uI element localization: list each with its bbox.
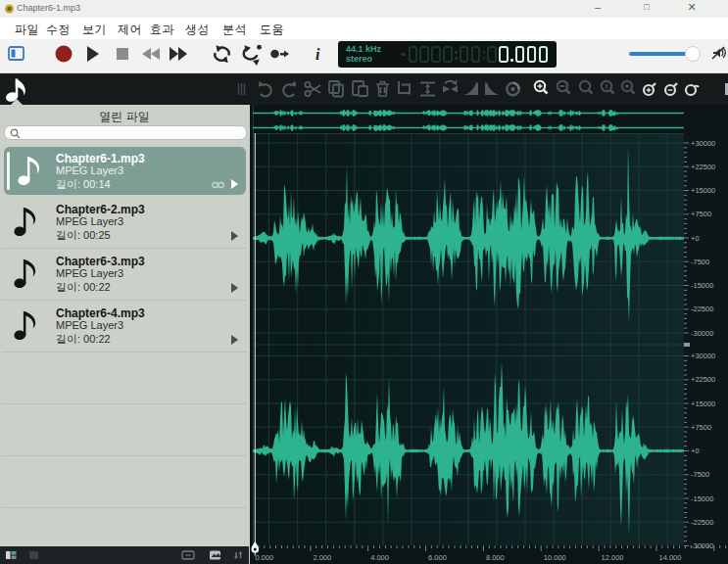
svg-text:+30000: +30000 — [691, 352, 715, 360]
svg-text:-30000: -30000 — [691, 541, 713, 550]
svg-text:6.000: 6.000 — [428, 553, 447, 562]
svg-text:4.000: 4.000 — [370, 553, 389, 562]
svg-text:10.000: 10.000 — [544, 553, 566, 562]
svg-text:+15000: +15000 — [691, 400, 715, 408]
svg-text:+7500: +7500 — [691, 423, 711, 432]
svg-text:-22500: -22500 — [691, 305, 713, 313]
svg-text:+22500: +22500 — [691, 163, 715, 171]
svg-text:8.000: 8.000 — [486, 553, 505, 562]
svg-text:-15000: -15000 — [691, 494, 713, 503]
svg-text:0.000: 0.000 — [256, 553, 274, 562]
svg-text:-15000: -15000 — [691, 281, 713, 290]
svg-text:+7500: +7500 — [691, 210, 711, 218]
svg-text:-22500: -22500 — [691, 518, 713, 527]
svg-text:+30000: +30000 — [691, 139, 715, 148]
svg-text:14.000: 14.000 — [659, 553, 682, 562]
svg-text:2.000: 2.000 — [313, 553, 331, 562]
svg-text:-7500: -7500 — [691, 258, 709, 266]
svg-text:-7500: -7500 — [691, 470, 709, 479]
svg-text:-30000: -30000 — [691, 329, 713, 338]
svg-text:+0: +0 — [691, 234, 700, 243]
svg-text:+22500: +22500 — [691, 375, 715, 384]
svg-text:i: i — [315, 46, 320, 63]
svg-text:+15000: +15000 — [691, 186, 715, 195]
svg-text:+0: +0 — [691, 446, 700, 455]
svg-text:12.000: 12.000 — [602, 553, 624, 562]
